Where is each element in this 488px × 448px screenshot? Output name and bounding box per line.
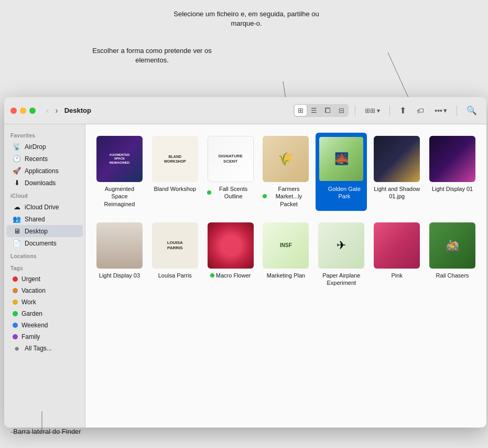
view-icon-button[interactable]: ⊞ xyxy=(295,105,307,116)
sidebar-label-all-tags: All Tags... xyxy=(25,345,52,352)
file-name-lightshad: Light and Shadow 01.jpg xyxy=(373,185,420,200)
more-button[interactable]: ••• ▾ xyxy=(431,105,450,116)
file-item-louisa[interactable]: LOUISAPARRIS Louisa Parris xyxy=(149,219,201,290)
sidebar-item-airdrop[interactable]: 📡 AirDrop xyxy=(6,141,83,153)
file-name-macro: Macro Flower xyxy=(216,272,251,279)
view-gallery-button[interactable]: ⊟ xyxy=(335,105,348,116)
sidebar-item-garden[interactable]: Garden xyxy=(6,308,83,319)
sidebar-label-downloads: Downloads xyxy=(25,179,56,187)
location-label: Desktop xyxy=(64,106,91,114)
sidebar-section-locations: Locations xyxy=(4,249,85,261)
sidebar-item-documents[interactable]: 📄 Documents xyxy=(6,237,83,249)
sidebar-label-documents: Documents xyxy=(25,240,57,247)
file-item-golden[interactable]: 🌉 Golden Gate Park xyxy=(316,133,367,211)
finder-window: ‹ › Desktop ⊞ ☰ ⧠ ⊟ ⊞⊞ ▾ ⬆ 🏷 ••• ▾ xyxy=(4,97,486,428)
back-button[interactable]: ‹ xyxy=(44,105,51,116)
file-item-marketing[interactable]: INSF Marketing Plan xyxy=(261,219,312,290)
search-button[interactable]: 🔍 xyxy=(463,103,480,118)
sidebar-item-all-tags[interactable]: ⊕ All Tags... xyxy=(6,343,83,354)
weekend-tag-dot xyxy=(13,323,18,328)
file-item-fall[interactable]: SIGNATURESCENT Fall Scents Outline xyxy=(205,133,256,211)
vacation-tag-dot xyxy=(13,288,18,293)
file-thumb-marketing: INSF xyxy=(263,222,309,269)
sidebar-item-icloud-drive[interactable]: ☁ iCloud Drive xyxy=(6,201,83,213)
sidebar-label-airdrop: AirDrop xyxy=(25,143,46,151)
nav-buttons: ‹ › xyxy=(44,105,60,116)
file-name-lightdisp01: Light Display 01 xyxy=(432,185,473,193)
sidebar-section-tags: Tags xyxy=(4,261,85,273)
file-thumb-macro xyxy=(208,222,254,269)
file-name-golden: Golden Gate Park xyxy=(323,185,365,200)
file-thumb-bland: BLANDWORKSHOP xyxy=(152,136,198,182)
file-item-lightshad[interactable]: Light and Shadow 01.jpg xyxy=(371,133,422,211)
applications-icon: 🚀 xyxy=(13,167,21,175)
file-name-golden-wrapper: Golden Gate Park xyxy=(318,185,365,200)
shared-icon: 👥 xyxy=(13,215,21,223)
family-tag-dot xyxy=(13,334,18,339)
airdrop-icon: 📡 xyxy=(13,143,21,151)
desktop-icon: 🖥 xyxy=(13,227,21,235)
more-chevron: ▾ xyxy=(443,106,447,114)
close-button[interactable] xyxy=(10,108,17,114)
sidebar-item-applications[interactable]: 🚀 Applications xyxy=(6,165,83,177)
file-item-lightdisp01[interactable]: Light Display 01 xyxy=(427,133,478,211)
file-name-fall-wrapper: Fall Scents Outline xyxy=(207,185,254,200)
toolbar: ‹ › Desktop ⊞ ☰ ⧠ ⊟ ⊞⊞ ▾ ⬆ 🏷 ••• ▾ xyxy=(4,97,486,124)
file-name-farmers: Farmers Market...ly Packet xyxy=(268,185,310,208)
recents-icon: 🕐 xyxy=(13,155,21,163)
file-item-augmented[interactable]: AUGMENTEDSPACEREIMAGINED Augmented Space… xyxy=(94,133,145,211)
sidebar-item-desktop[interactable]: 🖥 Desktop xyxy=(6,225,83,237)
more-icon: ••• xyxy=(435,106,442,115)
sidebar: Favorites 📡 AirDrop 🕐 Recents 🚀 Applicat… xyxy=(4,124,85,428)
file-name-lightdisp03: Light Display 03 xyxy=(99,272,140,279)
file-thumb-paper: ✈ xyxy=(318,222,364,269)
file-item-bland[interactable]: BLANDWORKSHOP Bland Workshop xyxy=(149,133,201,211)
share-button[interactable]: ⬆ xyxy=(396,103,409,118)
sidebar-item-family[interactable]: Family xyxy=(6,331,83,343)
sidebar-label-work: Work xyxy=(21,298,36,306)
file-item-rail[interactable]: 🚵 Rail Chasers xyxy=(427,219,478,290)
file-thumb-farmers: 🌾 xyxy=(263,136,309,182)
sidebar-item-downloads[interactable]: ⬇ Downloads xyxy=(6,177,83,189)
documents-icon: 📄 xyxy=(13,239,21,247)
group-chevron: ▾ xyxy=(377,107,380,114)
sidebar-item-work[interactable]: Work xyxy=(6,296,83,308)
group-button[interactable]: ⊞⊞ ▾ xyxy=(362,105,383,116)
file-item-farmers[interactable]: 🌾 Farmers Market...ly Packet xyxy=(261,133,312,211)
file-item-lightdisp03[interactable]: Light Display 03 xyxy=(94,219,145,290)
group-icon: ⊞⊞ xyxy=(365,107,375,114)
view-list-button[interactable]: ☰ xyxy=(308,105,320,116)
sidebar-item-shared[interactable]: 👥 Shared xyxy=(6,213,83,225)
file-name-fall: Fall Scents Outline xyxy=(213,185,254,200)
garden-tag-dot xyxy=(13,311,18,316)
sidebar-item-urgent[interactable]: Urgent xyxy=(6,273,83,285)
file-item-paper[interactable]: ✈ Paper Airplane Experiment xyxy=(316,219,367,290)
file-name-rail: Rail Chasers xyxy=(436,272,469,279)
sidebar-item-recents[interactable]: 🕐 Recents xyxy=(6,153,83,165)
sidebar-item-vacation[interactable]: Vacation xyxy=(6,285,83,296)
toolbar-divider xyxy=(355,105,355,116)
icloud-drive-icon: ☁ xyxy=(13,203,21,211)
file-thumb-lightshad xyxy=(374,136,420,182)
toolbar-divider3 xyxy=(457,105,457,116)
sidebar-section-icloud: iCloud xyxy=(4,189,85,201)
forward-button[interactable]: › xyxy=(53,105,60,116)
sidebar-label-applications: Applications xyxy=(25,167,59,175)
sidebar-label-urgent: Urgent xyxy=(21,275,40,283)
sidebar-label-shared: Shared xyxy=(25,216,45,223)
traffic-lights xyxy=(10,108,36,114)
farmers-status-dot xyxy=(263,194,267,198)
file-item-pink[interactable]: Pink xyxy=(371,219,422,290)
view-column-button[interactable]: ⧠ xyxy=(321,105,334,116)
sidebar-item-weekend[interactable]: Weekend xyxy=(6,319,83,331)
view-controls: ⊞ ☰ ⧠ ⊟ xyxy=(294,104,349,117)
file-grid: AUGMENTEDSPACEREIMAGINED Augmented Space… xyxy=(94,133,478,290)
annotation-top-left: Escolher a forma como pretende ver os el… xyxy=(84,46,220,65)
tag-button[interactable]: 🏷 xyxy=(414,104,427,117)
maximize-button[interactable] xyxy=(29,108,36,114)
sidebar-section-favorites: Favorites xyxy=(4,129,85,141)
minimize-button[interactable] xyxy=(20,108,26,114)
annotation-top-right: Selecione um ficheiro e, em seguida, par… xyxy=(162,9,330,28)
toolbar-divider2 xyxy=(389,105,390,116)
file-item-macro[interactable]: Macro Flower xyxy=(205,219,256,290)
